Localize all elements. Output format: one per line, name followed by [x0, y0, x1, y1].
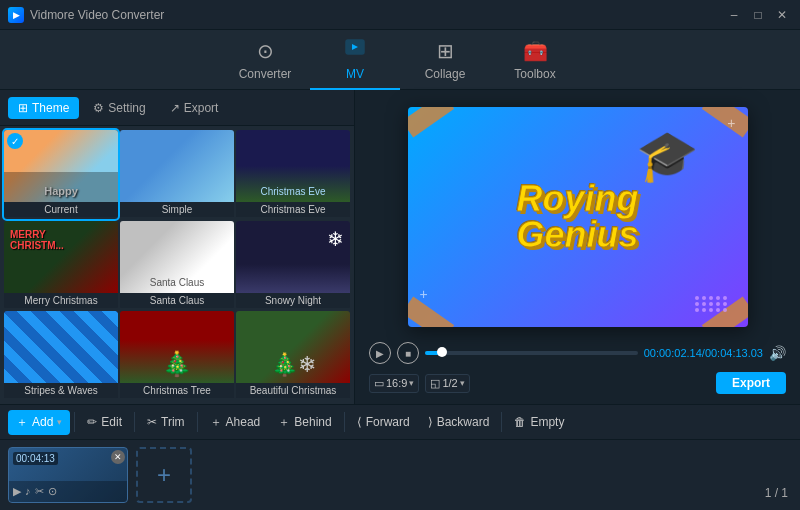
tab-converter-label: Converter — [239, 67, 292, 81]
theme-label-snowy: Snowy Night — [236, 293, 350, 308]
add-button[interactable]: ＋ Add ▾ — [8, 410, 70, 435]
preview-area: + 🎓 Roying Genius + — [365, 100, 790, 334]
trim-icon: ✂ — [147, 415, 157, 429]
aspect-chevron: ▾ — [409, 378, 414, 388]
theme-grid-icon: ⊞ — [18, 101, 28, 115]
add-chevron-icon: ▾ — [57, 417, 62, 427]
add-clip-icon: + — [157, 461, 171, 489]
theme-item-simple[interactable]: Simple — [120, 130, 234, 219]
theme-item-merry-christmas[interactable]: MERRYCHRISTM... Merry Christmas — [4, 221, 118, 310]
left-panel: ⊞ Theme ⚙ Setting ↗ Export Happy ✓ Curre… — [0, 90, 355, 404]
edit-button[interactable]: ✏ Edit — [79, 411, 130, 433]
add-clip-button[interactable]: + — [136, 447, 192, 503]
titlebar-controls: – □ ✕ — [724, 7, 792, 23]
preview-content: + 🎓 Roying Genius + — [408, 107, 748, 327]
export-arrow-icon: ↗ — [170, 101, 180, 115]
separator-2 — [134, 412, 135, 432]
mv-icon — [344, 36, 366, 63]
theme-label-simple: Simple — [120, 202, 234, 217]
tab-toolbox[interactable]: 🧰 Toolbox — [490, 30, 580, 90]
minimize-button[interactable]: – — [724, 7, 744, 23]
theme-label-xmas-tree: Christmas Tree — [120, 383, 234, 398]
tab-mv[interactable]: MV — [310, 30, 400, 90]
graduation-cap-icon: 🎓 — [636, 127, 698, 185]
tab-converter[interactable]: ⊙ Converter — [220, 30, 310, 90]
page-counter: 1 / 1 — [765, 486, 788, 500]
theme-label-christmas-eve: Christmas Eve — [236, 202, 350, 217]
plus-bottom-left: + — [420, 286, 428, 302]
theme-item-santa-claus[interactable]: Santa Claus Santa Claus — [120, 221, 234, 310]
export-button[interactable]: Export — [716, 372, 786, 394]
timeline-clip[interactable]: 00:04:13 ✕ ▶ ♪ ✂ ⊙ — [8, 447, 128, 503]
volume-icon[interactable]: 🔊 — [769, 345, 786, 361]
backward-icon: ⟩ — [428, 415, 433, 429]
behind-icon: ＋ — [278, 414, 290, 431]
behind-button[interactable]: ＋ Behind — [270, 410, 339, 435]
separator-4 — [344, 412, 345, 432]
theme-grid: Happy ✓ Current Simple Christmas Eve Chr… — [0, 126, 354, 404]
theme-label-current: Current — [4, 202, 118, 217]
clip-tag-icon: ⊙ — [48, 485, 57, 498]
collage-icon: ⊞ — [437, 39, 454, 63]
app-title: Vidmore Video Converter — [30, 8, 164, 22]
page-select[interactable]: ◱ 1/2 ▾ — [425, 374, 469, 393]
restore-button[interactable]: □ — [748, 7, 768, 23]
separator-5 — [501, 412, 502, 432]
aspect-ratio-select[interactable]: ▭ 16:9 ▾ — [369, 374, 419, 393]
decorative-dots — [695, 296, 728, 312]
preview-title-line2: Genius — [516, 217, 638, 253]
play-button[interactable]: ▶ — [369, 342, 391, 364]
theme-item-snowy-night[interactable]: ❄ Snowy Night — [236, 221, 350, 310]
theme-label-santa: Santa Claus — [120, 293, 234, 308]
main-content: ⊞ Theme ⚙ Setting ↗ Export Happy ✓ Curre… — [0, 90, 800, 404]
aspect-icon: ▭ — [374, 377, 384, 390]
forward-button[interactable]: ⟨ Forward — [349, 411, 418, 433]
progress-dot — [437, 347, 447, 357]
top-nav: ⊙ Converter MV ⊞ Collage 🧰 Toolbox — [0, 30, 800, 90]
converter-icon: ⊙ — [257, 39, 274, 63]
forward-icon: ⟨ — [357, 415, 362, 429]
empty-icon: 🗑 — [514, 415, 526, 429]
preview-title-line1: Roying — [517, 181, 639, 217]
left-tab-setting[interactable]: ⚙ Setting — [83, 97, 155, 119]
tab-mv-label: MV — [346, 67, 364, 81]
app-icon: ▶ — [8, 7, 24, 23]
clip-play-icon: ▶ — [13, 485, 21, 498]
backward-button[interactable]: ⟩ Backward — [420, 411, 498, 433]
edit-icon: ✏ — [87, 415, 97, 429]
left-tab-theme[interactable]: ⊞ Theme — [8, 97, 79, 119]
plus-top-right: + — [727, 115, 735, 131]
tab-toolbox-label: Toolbox — [514, 67, 555, 81]
theme-label-stripes: Stripes & Waves — [4, 383, 118, 398]
ahead-icon: ＋ — [210, 414, 222, 431]
selected-check: ✓ — [7, 133, 23, 149]
preview-frame: + 🎓 Roying Genius + — [408, 107, 748, 327]
tab-collage[interactable]: ⊞ Collage — [400, 30, 490, 90]
separator-3 — [197, 412, 198, 432]
theme-label-beautiful: Beautiful Christmas — [236, 383, 350, 398]
left-tab-export[interactable]: ↗ Export — [160, 97, 229, 119]
right-panel: + 🎓 Roying Genius + ▶ ■ — [355, 90, 800, 404]
toolbar: ＋ Add ▾ ✏ Edit ✂ Trim ＋ Ahead ＋ Behind ⟨… — [0, 404, 800, 440]
theme-item-beautiful-christmas[interactable]: 🎄❄ Beautiful Christmas — [236, 311, 350, 400]
close-button[interactable]: ✕ — [772, 7, 792, 23]
trim-button[interactable]: ✂ Trim — [139, 411, 193, 433]
setting-gear-icon: ⚙ — [93, 101, 104, 115]
titlebar-left: ▶ Vidmore Video Converter — [8, 7, 164, 23]
theme-item-stripes-waves[interactable]: Stripes & Waves — [4, 311, 118, 400]
stop-button[interactable]: ■ — [397, 342, 419, 364]
progress-bar[interactable] — [425, 351, 638, 355]
playback-bar: ▶ ■ 00:00:02.14/00:04:13.03 🔊 — [365, 342, 790, 364]
controls-bar2: ▭ 16:9 ▾ ◱ 1/2 ▾ Export — [365, 372, 790, 394]
clip-duration: 00:04:13 — [13, 452, 58, 465]
clip-cut-icon: ✂ — [35, 485, 44, 498]
clip-close-button[interactable]: ✕ — [111, 450, 125, 464]
theme-item-christmas-tree[interactable]: 🎄 Christmas Tree — [120, 311, 234, 400]
theme-label-merry: Merry Christmas — [4, 293, 118, 308]
theme-item-current[interactable]: Happy ✓ Current — [4, 130, 118, 219]
theme-item-christmas-eve[interactable]: Christmas Eve Christmas Eve — [236, 130, 350, 219]
empty-button[interactable]: 🗑 Empty — [506, 411, 572, 433]
ahead-button[interactable]: ＋ Ahead — [202, 410, 269, 435]
tab-collage-label: Collage — [425, 67, 466, 81]
clip-audio-icon: ♪ — [25, 485, 31, 498]
